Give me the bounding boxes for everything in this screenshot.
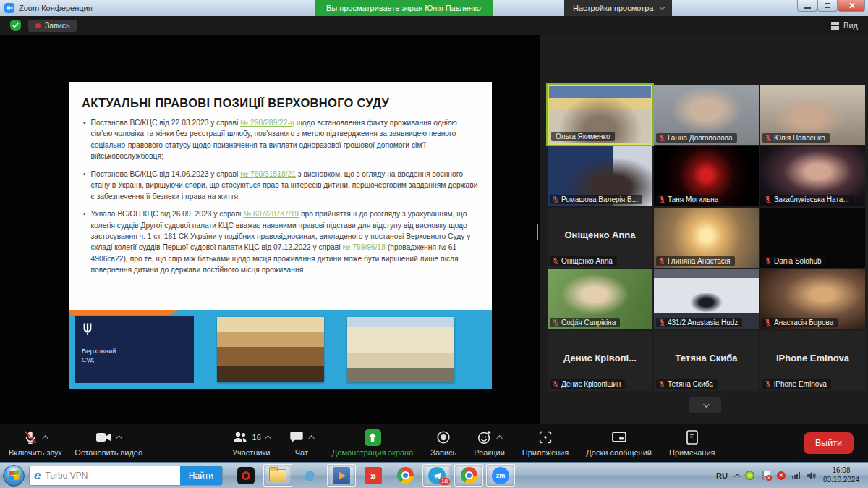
more-participants-button[interactable] — [689, 397, 721, 413]
participant-name-label: Тетяна Скиба — [656, 379, 718, 389]
participant-tile[interactable]: Юлія Павленко — [760, 85, 865, 145]
chevron-up-icon[interactable] — [496, 435, 502, 441]
toolbar-video-button[interactable]: Остановить видео — [75, 429, 142, 457]
participant-tile[interactable]: Ганна Довгополова — [654, 85, 759, 145]
toolbar-apps-label: Приложения — [522, 448, 569, 457]
search-input[interactable] — [45, 471, 175, 481]
case-number-link[interactable]: № 760/31518/21 — [240, 170, 296, 178]
mic-icon — [22, 429, 38, 445]
participant-display-name: Тетяна Скиба — [654, 353, 759, 363]
volume-icon[interactable] — [807, 471, 817, 480]
taskbar-app-chrome[interactable] — [391, 464, 420, 487]
muted-mic-icon — [552, 380, 559, 388]
toolbar-reactions-button[interactable]: Реакции — [474, 429, 505, 457]
participant-name: Денис Крівопішин — [561, 380, 621, 388]
view-settings-button[interactable]: Настройки просмотра — [564, 0, 672, 16]
recording-indicator[interactable]: Запись — [28, 20, 77, 32]
toolbar-record-button[interactable]: Запись — [430, 429, 456, 457]
participant-tile[interactable]: iPhone EminovaiPhone Eminova — [760, 331, 865, 391]
participant-tile[interactable]: Dariia Solohub — [760, 208, 865, 268]
minimize-button[interactable] — [797, 0, 817, 12]
leave-meeting-button[interactable]: Выйти — [804, 432, 854, 454]
start-button[interactable] — [3, 465, 25, 487]
toolbar-boards-label: Доски сообщений — [586, 448, 652, 457]
taskbar-clock[interactable]: 16:08 03.10.2024 — [823, 466, 859, 484]
muted-mic-icon — [658, 380, 665, 388]
panel-resize-handle[interactable] — [537, 224, 540, 240]
internet-explorer-icon: e — [305, 467, 315, 484]
participant-tile[interactable]: Таня Могильна — [654, 146, 759, 206]
toolbar-mic-button[interactable]: Включить звук — [9, 429, 61, 457]
taskbar-app-red-circle-app[interactable] — [231, 464, 260, 487]
toolbar-boards-button[interactable]: Доски сообщений — [586, 429, 652, 457]
muted-mic-icon — [765, 195, 772, 203]
toolbar-chat-button[interactable]: Чат — [289, 429, 315, 457]
participants-panel: Ольга ЯкименкоГанна ДовгополоваЮлія Павл… — [540, 35, 868, 424]
participant-tile[interactable]: Ромашова Валерія В... — [548, 146, 652, 206]
toolbar-participants-button[interactable]: 16Участники — [231, 429, 271, 457]
view-button[interactable]: Вид — [831, 21, 858, 30]
muted-mic-icon — [658, 195, 665, 203]
participant-tile[interactable]: Закаблуківська Ната... — [760, 146, 865, 206]
window-titlebar: Zoom Конференция Вы просматриваете экран… — [0, 0, 868, 16]
bullet-text: Постанова ВС/КЦС від 22.03.2023 у справі — [91, 119, 241, 127]
participant-name-label: Оніщенко Anna — [550, 256, 617, 266]
chevron-up-icon[interactable] — [308, 435, 314, 441]
participant-tile[interactable]: 431/2 Anastasia Hudz — [654, 269, 759, 329]
maximize-button[interactable] — [817, 0, 838, 12]
bullet-marker: • — [83, 209, 86, 276]
slide-title: АКТУАЛЬНІ ПРАВОВІ ПОЗИЦІЇ ВЕРХОВНОГО СУД… — [69, 82, 492, 116]
grid-view-icon — [831, 22, 839, 30]
network-signal-icon[interactable] — [792, 472, 800, 479]
shared-screen-area: АКТУАЛЬНІ ПРАВОВІ ПОЗИЦІЇ ВЕРХОВНОГО СУД… — [0, 35, 540, 424]
participant-tile[interactable]: Глиняна Анастасія — [654, 208, 759, 268]
toolbar-reactions-label: Реакции — [474, 448, 505, 457]
action-center-flag-icon[interactable]: ✕ — [761, 471, 770, 480]
bullet-text: Ухвала ВС/ОП КЦС від 26.09. 2023 у справ… — [91, 210, 244, 218]
antivirus-tray-icon[interactable] — [745, 471, 754, 480]
close-button[interactable] — [838, 0, 865, 12]
toolbar-share-label: Демонстрация экрана — [332, 448, 413, 457]
participant-tile[interactable]: Софія Сапрікіна — [548, 269, 652, 329]
participant-name: iPhone Eminova — [774, 380, 827, 388]
chevron-up-icon[interactable] — [42, 435, 48, 441]
taskbar-app-red-square-app[interactable]: » — [359, 464, 388, 487]
search-find-button[interactable]: Найти — [180, 466, 222, 486]
language-indicator[interactable]: RU — [716, 471, 728, 480]
toolbar-participants-label: Участники — [232, 448, 271, 457]
tray-expand-icon[interactable] — [734, 474, 740, 479]
case-number-link[interactable]: № 607/20787/19 — [243, 210, 299, 218]
participant-name: Оніщенко Anna — [561, 257, 613, 265]
toolbar-share-button[interactable]: Демонстрация экрана — [332, 429, 413, 457]
participant-name: Ольга Якименко — [556, 132, 610, 140]
participant-name-label: Софія Сапрікіна — [550, 318, 620, 327]
taskbar-app-explorer[interactable] — [263, 464, 292, 487]
participant-tile[interactable]: Ольга Якименко — [548, 85, 652, 145]
taskbar-app-chrome-2[interactable] — [454, 464, 483, 487]
toolbar-notes-button[interactable]: Примечания — [669, 429, 715, 457]
taskbar-app-media-player[interactable] — [327, 464, 356, 487]
muted-mic-icon — [552, 257, 559, 265]
participants-count-badge: 16 — [252, 433, 261, 442]
toolbar-mic-label: Включить звук — [9, 448, 61, 457]
case-number-link[interactable]: № 759/96/18 — [342, 243, 386, 251]
error-tray-icon[interactable]: ✕ — [777, 471, 786, 480]
participant-tile[interactable]: Анастасія Борова — [760, 269, 865, 329]
meeting-info-shield-icon[interactable] — [10, 20, 21, 31]
participant-tile[interactable]: Оніщенко AnnaОніщенко Anna — [548, 208, 652, 268]
chrome-icon — [397, 467, 414, 484]
taskbar-app-telegram[interactable]: 18 — [422, 464, 451, 487]
participant-tile[interactable]: Тетяна СкибаТетяна Скиба — [654, 331, 759, 391]
participant-tile[interactable]: Денис Крівопі...Денис Крівопішин — [548, 331, 652, 391]
taskbar-app-zoom[interactable]: zm — [486, 464, 515, 487]
chevron-up-icon[interactable] — [116, 435, 122, 441]
taskbar-app-internet-explorer[interactable]: e — [295, 464, 324, 487]
case-number-link[interactable]: № 290/289/22-ц — [240, 119, 294, 127]
chevron-up-icon[interactable] — [265, 435, 271, 441]
windows-taskbar: e Найти e»18zm RU ✕ ✕ 16:08 03.10.2024 — [0, 462, 868, 488]
toolbar-apps-button[interactable]: Приложения — [522, 429, 569, 457]
bullet-text: Постанова ВС/КЦС від 14.06.2023 у справі — [91, 170, 241, 178]
reactions-icon — [477, 429, 493, 445]
taskbar-search[interactable]: e Найти — [29, 466, 223, 486]
slide-bullet: •Постанова ВС/КЦС від 14.06.2023 у справ… — [83, 169, 480, 202]
